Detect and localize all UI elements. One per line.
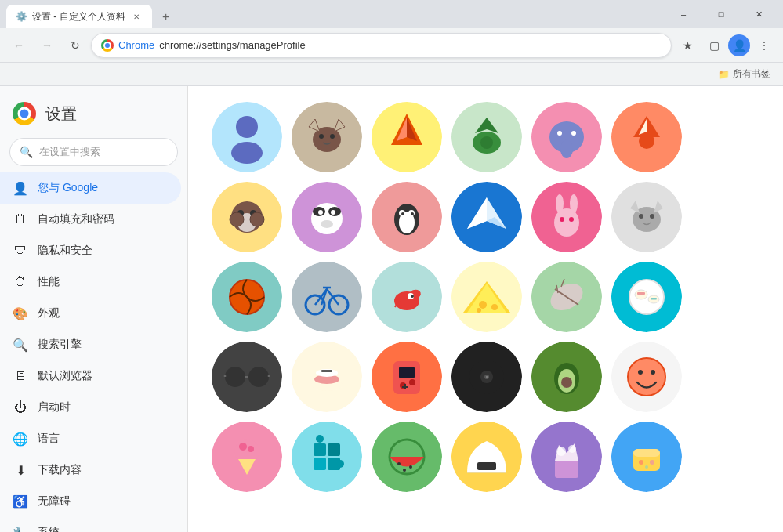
sidebar-item-search[interactable]: 🔍 搜索引擎 (0, 329, 181, 360)
avatar-fox-avatar[interactable] (611, 102, 682, 172)
address-bar[interactable]: Chrome chrome://settings/manageProfile (91, 33, 672, 58)
sidebar-item-startup[interactable]: ⏻ 启动时 (0, 392, 181, 423)
svg-point-130 (409, 465, 412, 469)
svg-point-122 (316, 435, 324, 443)
avatar-watermelon-avatar[interactable] (372, 422, 442, 492)
svg-rect-101 (402, 386, 408, 388)
avatar-cat-avatar[interactable] (292, 102, 362, 172)
avatar-rabbit-avatar[interactable] (531, 182, 602, 252)
search-placeholder: 在设置中搜索 (39, 145, 100, 159)
sidebar-label-google: 您与 Google (38, 181, 98, 195)
address-url: chrome://settings/manageProfile (159, 39, 305, 51)
sidebar: 设置 🔍 在设置中搜索 👤 您与 Google 🗒 自动填充和密码 🛡 隐私和安… (0, 86, 188, 532)
avatar-origami-turtle-avatar[interactable] (451, 102, 522, 172)
avatar-toast-avatar[interactable] (611, 422, 682, 492)
avatar-puzzle-avatar[interactable] (292, 422, 362, 492)
avatar-gameboy-avatar[interactable] (372, 342, 442, 412)
minimize-button[interactable]: – (665, 0, 701, 28)
avatar-bicycle-avatar[interactable] (292, 262, 362, 332)
forward-button[interactable]: → (34, 33, 60, 58)
menu-button[interactable]: ⋮ (752, 33, 777, 58)
chrome-logo-big-icon (13, 102, 36, 125)
settings-search-box[interactable]: 🔍 在设置中搜索 (9, 138, 178, 166)
svg-point-131 (403, 469, 406, 472)
avatar-smiley-avatar[interactable] (611, 342, 682, 412)
new-tab-button[interactable]: + (155, 6, 177, 28)
sidebar-icon-startup: ⏻ (13, 400, 28, 415)
svg-rect-133 (477, 462, 496, 470)
all-bookmarks-link[interactable]: 📁 所有书签 (712, 64, 777, 84)
svg-point-16 (480, 136, 493, 149)
svg-point-31 (230, 212, 244, 226)
avatar-grid (212, 102, 759, 492)
avatar-person-avatar[interactable] (212, 102, 282, 172)
sidebar-icon-system: 🔧 (13, 525, 28, 532)
profile-button[interactable]: 👤 (728, 34, 750, 56)
avatar-basketball-avatar[interactable] (212, 262, 282, 332)
avatar-penguin-avatar[interactable] (372, 182, 442, 252)
tab-label: 设置 - 自定义个人资料 (32, 10, 125, 24)
window-controls: – □ ✕ (665, 0, 777, 28)
sidebar-item-accessibility[interactable]: ♿ 无障碍 (0, 486, 181, 517)
avatar-sushi-avatar[interactable] (292, 342, 362, 412)
avatar-icecream-avatar[interactable] (212, 422, 282, 492)
avatar-sunglasses-avatar[interactable] (212, 342, 282, 412)
sidebar-item-downloads[interactable]: ⬇ 下载内容 (0, 454, 181, 486)
bookmark-button[interactable]: ★ (675, 33, 700, 58)
avatar-origami-bird-avatar[interactable] (451, 182, 522, 252)
sidebar-label-startup: 启动时 (38, 400, 71, 414)
sidebar-item-language[interactable]: 🌐 语言 (0, 423, 181, 454)
avatar-elephant-avatar[interactable] (531, 102, 602, 172)
svg-point-106 (486, 376, 488, 378)
chrome-logo-icon (101, 39, 114, 52)
avatar-onigiri-avatar[interactable] (451, 422, 522, 492)
svg-point-25 (639, 133, 654, 149)
sidebar-label-language: 语言 (38, 432, 60, 446)
avatar-avocado-avatar[interactable] (531, 342, 602, 412)
sidebar-item-performance[interactable]: ⏱ 性能 (0, 266, 181, 298)
active-tab[interactable]: ⚙️ 设置 - 自定义个人资料 ✕ (6, 5, 152, 28)
svg-point-55 (560, 217, 564, 222)
avatar-sushi-plate-avatar[interactable] (611, 262, 682, 332)
avatar-popcorn-avatar[interactable] (531, 422, 602, 492)
sidebar-icon-downloads: ⬇ (13, 462, 28, 478)
svg-point-45 (401, 212, 404, 215)
sidebar-label-privacy: 隐私和安全 (38, 244, 92, 258)
avatar-bird-avatar[interactable] (372, 262, 442, 332)
svg-rect-121 (314, 443, 326, 456)
back-button[interactable]: ← (6, 33, 31, 58)
svg-point-54 (570, 194, 578, 213)
svg-point-59 (639, 214, 643, 219)
sidebar-icon-accessibility: ♿ (13, 494, 28, 509)
close-button[interactable]: ✕ (741, 0, 777, 28)
address-label: Chrome (118, 39, 154, 51)
refresh-button[interactable]: ↻ (63, 33, 88, 58)
sidebar-header: 设置 (0, 92, 187, 138)
maximize-button[interactable]: □ (703, 0, 739, 28)
main-layout: 设置 🔍 在设置中搜索 👤 您与 Google 🗒 自动填充和密码 🛡 隐私和安… (0, 86, 783, 532)
avatar-origami-fox-avatar[interactable] (372, 102, 442, 172)
sidebar-item-browser[interactable]: 🖥 默认浏览器 (0, 360, 181, 392)
tab-close-button[interactable]: ✕ (130, 10, 143, 23)
sidebar-item-appearance[interactable]: 🎨 外观 (0, 298, 181, 329)
svg-point-88 (225, 367, 245, 387)
avatar-vinyl-avatar[interactable] (451, 342, 522, 412)
split-screen-button[interactable]: ▢ (701, 33, 727, 58)
svg-point-99 (409, 379, 415, 385)
sidebar-label-performance: 性能 (38, 275, 60, 289)
sidebar-label-autofill: 自动填充和密码 (38, 212, 114, 226)
avatar-cat2-avatar[interactable] (611, 182, 682, 252)
svg-rect-124 (314, 458, 326, 470)
search-icon: 🔍 (20, 146, 33, 158)
sidebar-item-privacy[interactable]: 🛡 隐私和安全 (0, 235, 181, 266)
svg-point-118 (239, 443, 247, 451)
avatar-cheese-avatar[interactable] (451, 262, 522, 332)
avatar-panda-avatar[interactable] (292, 182, 362, 252)
sidebar-item-system[interactable]: 🔧 系统 (0, 517, 181, 532)
avatar-football-avatar[interactable] (531, 262, 602, 332)
content-inner (188, 86, 783, 508)
avatar-monkey-avatar[interactable] (212, 182, 282, 252)
svg-point-113 (638, 370, 643, 375)
sidebar-item-autofill[interactable]: 🗒 自动填充和密码 (0, 204, 181, 235)
sidebar-item-google[interactable]: 👤 您与 Google (0, 172, 181, 204)
